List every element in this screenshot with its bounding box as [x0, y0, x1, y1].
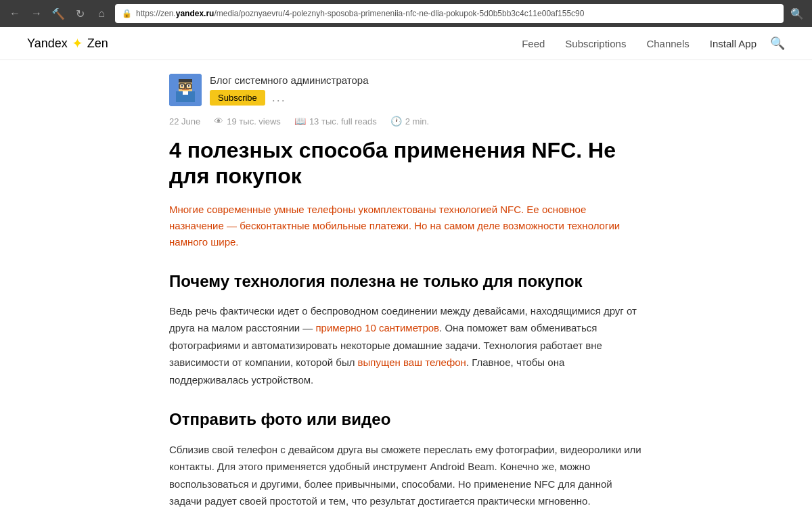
author-row: Блог системного администратора Subscribe…: [169, 74, 643, 106]
svg-rect-6: [188, 85, 189, 87]
lock-icon: 🔒: [122, 9, 132, 18]
author-name: Блог системного администратора: [210, 74, 369, 86]
logo-zen-text: Zen: [87, 37, 108, 51]
section-1-link-2[interactable]: выпущен ваш телефон: [358, 356, 466, 368]
more-options-button[interactable]: ...: [272, 91, 286, 105]
reads-icon: 📖: [294, 116, 306, 127]
subscribe-button[interactable]: Subscribe: [210, 90, 265, 106]
forward-button[interactable]: →: [28, 5, 45, 22]
intro-link[interactable]: Многие современные умные телефоны укомпл…: [169, 204, 620, 248]
time-icon: 🕐: [390, 116, 402, 127]
nav-install-app[interactable]: Install App: [710, 38, 757, 49]
author-info: Блог системного администратора Subscribe…: [210, 74, 369, 106]
nav-channels[interactable]: Channels: [646, 38, 689, 49]
section-1-link-1[interactable]: примерно 10 сантиметров: [316, 322, 440, 334]
section-1-body: Ведь речь фактически идет о беспроводном…: [169, 302, 643, 389]
svg-rect-10: [182, 89, 189, 90]
nav-subscriptions[interactable]: Subscriptions: [565, 38, 626, 49]
article-content: Блог системного администратора Subscribe…: [156, 60, 656, 529]
svg-rect-12: [183, 91, 188, 95]
logo-link[interactable]: Yandex ✦ Zen: [27, 35, 108, 51]
section-2-heading: Отправить фото или видео: [169, 409, 643, 430]
stat-views: 👁 19 тыс. views: [214, 116, 281, 127]
article-intro: Многие современные умные телефоны укомпл…: [169, 202, 643, 250]
url-text: https://zen.yandex.ru/media/poznyaevru/4…: [136, 9, 584, 18]
browser-chrome: ← → 🔨 ↻ ⌂ 🔒 https://zen.yandex.ru/media/…: [0, 0, 812, 27]
stat-date: 22 June: [169, 116, 200, 127]
svg-rect-2: [179, 79, 192, 83]
read-time: 2 min.: [405, 116, 429, 127]
section-2-body: Сблизив свой телефон с девайсом друга вы…: [169, 441, 643, 510]
reads-count: 13 тыс. full reads: [309, 116, 377, 127]
views-count: 19 тыс. views: [227, 116, 281, 127]
tools-button[interactable]: 🔨: [50, 5, 66, 22]
author-actions: Subscribe ...: [210, 90, 369, 106]
article-title: 4 полезных способа применения NFC. Не дл…: [169, 137, 643, 189]
address-bar[interactable]: 🔒 https://zen.yandex.ru/media/poznyaevru…: [115, 4, 784, 23]
date-text: 22 June: [169, 116, 200, 127]
home-button[interactable]: ⌂: [93, 5, 110, 22]
views-icon: 👁: [214, 116, 223, 127]
section-1: Почему технология полезна не только для …: [169, 271, 643, 389]
stat-reads: 📖 13 тыс. full reads: [294, 116, 377, 127]
logo-yandex-text: Yandex: [27, 37, 68, 51]
site-header: Yandex ✦ Zen Feed Subscriptions Channels…: [0, 27, 812, 60]
svg-rect-5: [181, 85, 183, 87]
section-2: Отправить фото или видео Сблизив свой те…: [169, 409, 643, 509]
logo-star-icon: ✦: [72, 35, 83, 51]
stat-time: 🕐 2 min.: [390, 116, 429, 127]
author-avatar: [169, 74, 202, 106]
article-stats: 22 June 👁 19 тыс. views 📖 13 тыс. full r…: [169, 116, 643, 127]
section-1-heading: Почему технология полезна не только для …: [169, 271, 643, 292]
nav-feed[interactable]: Feed: [522, 38, 545, 49]
browser-search-button[interactable]: 🔍: [789, 5, 805, 22]
search-button[interactable]: 🔍: [770, 36, 785, 51]
back-button[interactable]: ←: [7, 5, 23, 22]
main-nav: Feed Subscriptions Channels Install App: [522, 38, 757, 49]
refresh-button[interactable]: ↻: [72, 5, 88, 22]
